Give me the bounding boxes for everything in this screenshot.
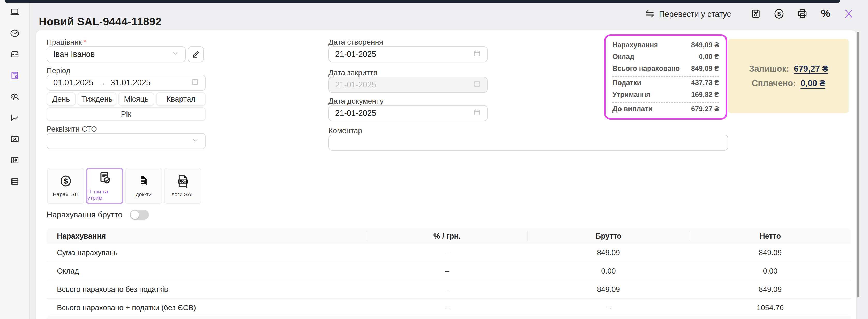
toggle-knob — [131, 211, 139, 219]
print-button[interactable] — [797, 8, 808, 20]
column-header-percent: % / грн. — [367, 232, 527, 241]
tab-label: П-тки та утрим. — [87, 188, 122, 201]
vertical-scrollbar[interactable] — [857, 32, 859, 297]
sidebar-item-inbox[interactable] — [9, 50, 20, 60]
pencil-icon — [191, 50, 200, 59]
date-document-label: Дата документу — [329, 97, 383, 105]
period-range-input[interactable]: 01.01.2025 → 31.01.2025 — [46, 75, 206, 91]
page-title: Новий SAL-9444-11892 — [39, 15, 162, 28]
period-quarter-button[interactable]: Квартал — [156, 92, 206, 106]
dollar-circle-icon: $ — [773, 8, 785, 21]
chevron-down-icon — [192, 136, 199, 146]
gross-toggle-label: Нарахування брутто — [46, 210, 123, 220]
percent-icon: % — [820, 8, 831, 21]
tab-label: логи SAL — [171, 191, 194, 197]
log-file-icon: LOG — [176, 174, 190, 189]
sidebar-item-salary-doc[interactable] — [9, 71, 20, 81]
period-label: Період — [46, 66, 70, 75]
comment-label: Коментар — [329, 126, 362, 135]
summary-row: Утримання169,82 ₴ — [613, 91, 719, 99]
save-button[interactable] — [750, 8, 762, 20]
swap-status-icon — [645, 8, 655, 20]
salary-summary-box: Нарахування849,09 ₴ Оклад0,00 ₴ Всього н… — [604, 34, 727, 120]
employee-edit-button[interactable] — [188, 46, 204, 62]
calendar-icon — [473, 80, 481, 90]
id-badge-icon — [10, 134, 20, 145]
storage-icon — [10, 177, 20, 187]
gross-toggle-row: Нарахування брутто — [46, 210, 149, 220]
date-document-value: 21-01-2025 — [335, 108, 376, 118]
calendar-icon — [473, 108, 481, 118]
save-icon — [750, 8, 761, 20]
close-icon — [843, 8, 854, 20]
tab-taxes-withholdings[interactable]: П-тки та утрим. — [86, 168, 123, 204]
summary-row: Оклад0,00 ₴ — [613, 53, 719, 61]
sidebar-item-id-badge[interactable] — [9, 134, 20, 145]
period-day-button[interactable]: День — [46, 92, 75, 106]
sidebar-item-storage[interactable] — [9, 177, 20, 187]
salary-doc-icon — [10, 71, 20, 82]
period-month-button[interactable]: Місяць — [119, 92, 154, 106]
tab-label: док-ти — [136, 191, 152, 197]
date-created-input[interactable]: 21-01-2025 — [329, 46, 488, 62]
sidebar-item-team[interactable] — [9, 92, 20, 102]
svg-text:$: $ — [64, 177, 68, 185]
table-row: Всього нараховано без податків – 849.09 … — [46, 281, 851, 299]
payment-button[interactable]: $ — [773, 8, 785, 20]
column-header-net: Нетто — [689, 232, 851, 241]
gross-toggle-switch[interactable] — [130, 210, 149, 220]
tab-documents[interactable]: док-ти — [125, 168, 162, 204]
svg-text:%: % — [821, 8, 830, 20]
balance-box: Залишок: 679,27 ₴ Сплачено: 0,00 ₴ — [728, 39, 848, 113]
period-week-button[interactable]: Тиждень — [78, 92, 116, 106]
next-section-header-peek — [46, 316, 851, 319]
required-mark: * — [83, 38, 86, 46]
header-actions: Перевести у статус $ % — [645, 7, 855, 22]
summary-row: Нарахування849,09 ₴ — [613, 41, 719, 49]
date-created-label: Дата створення — [329, 38, 383, 46]
percent-button[interactable]: % — [820, 8, 831, 20]
comment-input[interactable] — [329, 135, 728, 151]
sidebar-item-laptop[interactable] — [9, 7, 20, 18]
sidebar-item-control-panel[interactable] — [9, 156, 20, 166]
date-document-input[interactable]: 21-01-2025 — [329, 105, 488, 121]
employee-label: Працівник* — [46, 38, 86, 46]
sidebar-item-analytics[interactable] — [9, 113, 20, 124]
date-closed-label: Дата закриття — [329, 68, 377, 77]
section-tabs: $ Нарах. ЗП П-тки та утрим. док-ти LOG л… — [47, 168, 201, 204]
column-header-gross: Брутто — [527, 232, 689, 241]
close-button[interactable] — [843, 8, 855, 20]
transfer-status-label: Перевести у статус — [659, 9, 731, 19]
transfer-status-button[interactable]: Перевести у статус — [645, 8, 731, 20]
summary-row: До виплати679,27 ₴ — [613, 102, 719, 113]
tab-sal-logs[interactable]: LOG логи SAL — [164, 168, 201, 204]
summary-row: Податки437,73 ₴ — [613, 76, 719, 87]
period-to-value: 31.01.2025 — [111, 78, 151, 87]
balance-remainder-value[interactable]: 679,27 ₴ — [794, 64, 828, 74]
doc-shield-check-icon — [98, 171, 112, 186]
dashboard-icon — [10, 28, 20, 39]
printer-icon — [797, 8, 808, 21]
range-arrow-icon: → — [98, 78, 106, 87]
sto-select[interactable] — [46, 133, 206, 149]
balance-paid-value[interactable]: 0,00 ₴ — [801, 78, 825, 88]
period-year-button[interactable]: Рік — [46, 107, 206, 121]
accruals-table: Нарахування % / грн. Брутто Нетто Сума н… — [46, 228, 851, 317]
period-preset-row: День Тиждень Місяць Квартал — [46, 92, 206, 106]
analytics-icon — [10, 113, 20, 124]
calendar-icon — [191, 78, 199, 88]
documents-icon — [137, 174, 151, 189]
table-row: Сума нарахувань – 849.09 849.09 — [46, 244, 851, 262]
employee-select[interactable]: Іван Іванов — [46, 46, 186, 62]
dollar-circle-icon: $ — [59, 174, 72, 189]
laptop-icon — [10, 7, 20, 18]
balance-remainder-row: Залишок: 679,27 ₴ — [749, 64, 828, 74]
sidebar-item-dashboard[interactable] — [9, 28, 20, 39]
inbox-icon — [10, 50, 20, 60]
control-panel-icon — [10, 155, 20, 166]
sto-label: Реквізити СТО — [46, 125, 97, 133]
employee-value: Іван Іванов — [53, 50, 95, 59]
tab-label: Нарах. ЗП — [53, 191, 79, 197]
balance-paid-row: Сплачено: 0,00 ₴ — [752, 78, 825, 88]
tab-salary-accruals[interactable]: $ Нарах. ЗП — [47, 168, 84, 204]
